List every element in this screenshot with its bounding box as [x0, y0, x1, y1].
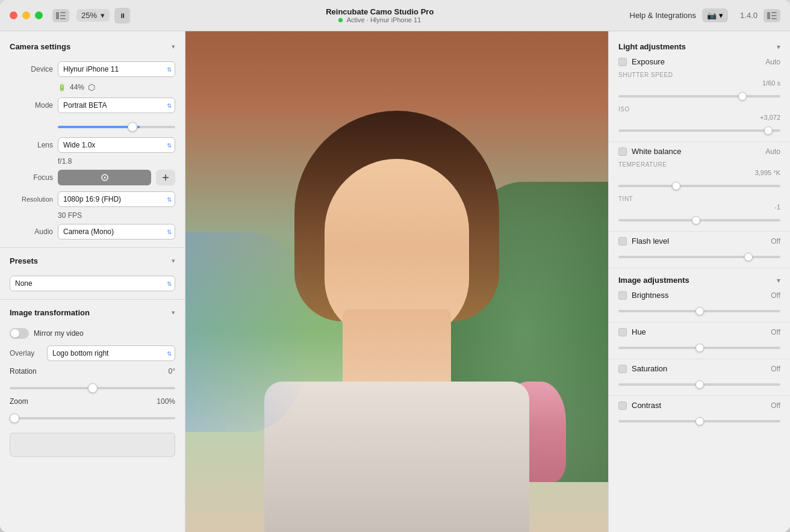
- flash-slider[interactable]: [618, 256, 780, 258]
- image-transform-chevron[interactable]: ▾: [172, 309, 175, 317]
- titlebar-center: Reincubate Camo Studio Pro Active · Hlyn…: [130, 7, 629, 23]
- app-title: Reincubate Camo Studio Pro: [326, 7, 434, 16]
- device-select[interactable]: Hlynur iPhone 11: [58, 61, 175, 77]
- light-adj-chevron[interactable]: ▾: [777, 43, 780, 51]
- device-info: 🔋 44% ⬡: [0, 80, 185, 94]
- mode-slider[interactable]: [58, 126, 175, 128]
- clothing-shape: [264, 382, 529, 532]
- tint-slider[interactable]: [618, 219, 780, 221]
- right-sidebar: Light adjustments ▾ Exposure Auto SHUTTE…: [608, 31, 790, 532]
- hue-label: Hue: [632, 327, 646, 336]
- iso-value: +3,072: [609, 114, 790, 122]
- image-adj-title: Image adjustments: [618, 276, 689, 285]
- help-integrations-button[interactable]: Help & Integrations: [630, 11, 697, 20]
- minimize-button[interactable]: [22, 11, 30, 19]
- traffic-lights: [10, 11, 43, 19]
- focus-button[interactable]: [58, 170, 151, 185]
- presets-chevron[interactable]: ▾: [172, 257, 175, 265]
- zoom-value: 25%: [81, 11, 97, 20]
- contrast-slider[interactable]: [618, 420, 780, 422]
- saturation-item: Saturation Off: [609, 363, 790, 376]
- flash-item: Flash level Off: [609, 235, 790, 249]
- brightness-slider[interactable]: [618, 310, 780, 312]
- aperture-text: f/1.8: [0, 156, 185, 167]
- focus-adjust-button[interactable]: [156, 170, 175, 185]
- adj-divider-1: [609, 141, 790, 142]
- presets-header: Presets ▾: [0, 253, 185, 269]
- device-row: Device Hlynur iPhone 11 ⇅: [0, 58, 185, 80]
- close-button[interactable]: [10, 11, 17, 19]
- wb-checkbox[interactable]: [618, 147, 627, 156]
- exposure-checkbox[interactable]: [618, 58, 627, 66]
- bottom-box: [10, 433, 175, 457]
- focus-label: Focus: [10, 173, 53, 182]
- presets-select[interactable]: None: [10, 276, 175, 291]
- hue-item: Hue Off: [609, 326, 790, 339]
- shutter-slider-row: [609, 88, 790, 104]
- camera-settings-header: Camera settings ▾: [0, 39, 185, 55]
- zoom-text-label: Zoom: [10, 397, 28, 406]
- presets-title: Presets: [10, 256, 38, 265]
- saturation-left: Saturation: [618, 364, 667, 373]
- fps-text: 30 FPS: [0, 210, 185, 221]
- chevron-down-icon: ▾: [719, 11, 723, 20]
- resolution-select[interactable]: 1080p 16:9 (FHD): [58, 191, 175, 207]
- resolution-label: Resolution: [10, 196, 53, 203]
- image-adj-header: Image adjustments ▾: [609, 272, 790, 289]
- hue-checkbox[interactable]: [618, 328, 627, 336]
- exposure-value: Auto: [765, 58, 780, 66]
- hue-value: Off: [771, 328, 780, 336]
- flash-checkbox[interactable]: [618, 237, 627, 246]
- camera-settings-title: Camera settings: [10, 42, 70, 51]
- active-indicator: [338, 18, 343, 22]
- brightness-checkbox[interactable]: [618, 291, 627, 300]
- shutter-slider[interactable]: [618, 95, 780, 97]
- overlay-select[interactable]: Logo bottom right: [47, 345, 175, 361]
- saturation-slider[interactable]: [618, 383, 780, 386]
- rotation-slider[interactable]: [10, 387, 175, 389]
- saturation-checkbox[interactable]: [618, 365, 627, 373]
- image-adj-chevron[interactable]: ▾: [777, 276, 780, 285]
- mirror-toggle-row: Mirror my video: [0, 324, 185, 342]
- mode-label: Mode: [10, 101, 53, 110]
- zoom-control[interactable]: 25% ▾: [76, 9, 110, 22]
- main-content: Camera settings ▾ Device Hlynur iPhone 1…: [0, 31, 790, 532]
- svg-rect-5: [771, 12, 777, 13]
- contrast-checkbox[interactable]: [618, 401, 627, 410]
- lens-select[interactable]: Wide 1.0x: [58, 137, 175, 153]
- zoom-slider[interactable]: [10, 417, 175, 419]
- light-adj-title: Light adjustments: [618, 42, 686, 51]
- svg-rect-2: [60, 15, 66, 16]
- flash-value: Off: [771, 237, 780, 246]
- tint-slider-row: [609, 212, 790, 227]
- maximize-button[interactable]: [35, 11, 43, 19]
- layout-toggle-button[interactable]: [764, 9, 780, 22]
- camera-selector[interactable]: 📷 ▾: [702, 8, 728, 22]
- zoom-slider-row: [0, 409, 185, 424]
- flash-header: Flash level Off: [618, 237, 780, 246]
- titlebar: 25% ▾ ⏸ Reincubate Camo Studio Pro Activ…: [0, 0, 790, 31]
- hue-left: Hue: [618, 327, 646, 336]
- presets-select-wrapper: None ⇅: [10, 276, 175, 291]
- svg-point-9: [104, 177, 105, 179]
- temperature-slider[interactable]: [618, 185, 780, 187]
- iso-slider[interactable]: [618, 129, 780, 132]
- wb-value: Auto: [765, 147, 780, 156]
- pause-button[interactable]: ⏸: [114, 8, 130, 23]
- svg-rect-6: [771, 15, 777, 16]
- exposure-left: Exposure: [618, 57, 665, 66]
- svg-rect-3: [60, 18, 66, 19]
- rotation-row: Rotation 0°: [0, 364, 185, 379]
- hue-slider[interactable]: [618, 347, 780, 349]
- sidebar-toggle-left[interactable]: [52, 9, 69, 22]
- mode-select[interactable]: Portrait BETA: [58, 97, 175, 113]
- lens-label: Lens: [10, 141, 53, 149]
- audio-select[interactable]: Camera (Mono): [58, 224, 175, 240]
- left-sidebar: Camera settings ▾ Device Hlynur iPhone 1…: [0, 31, 185, 532]
- camera-settings-chevron[interactable]: ▾: [172, 43, 175, 51]
- mirror-toggle[interactable]: [10, 328, 29, 339]
- temperature-slider-row: [609, 178, 790, 193]
- divider-1: [0, 247, 185, 248]
- audio-select-wrapper: Camera (Mono) ⇅: [58, 224, 175, 240]
- brightness-label: Brightness: [632, 291, 668, 300]
